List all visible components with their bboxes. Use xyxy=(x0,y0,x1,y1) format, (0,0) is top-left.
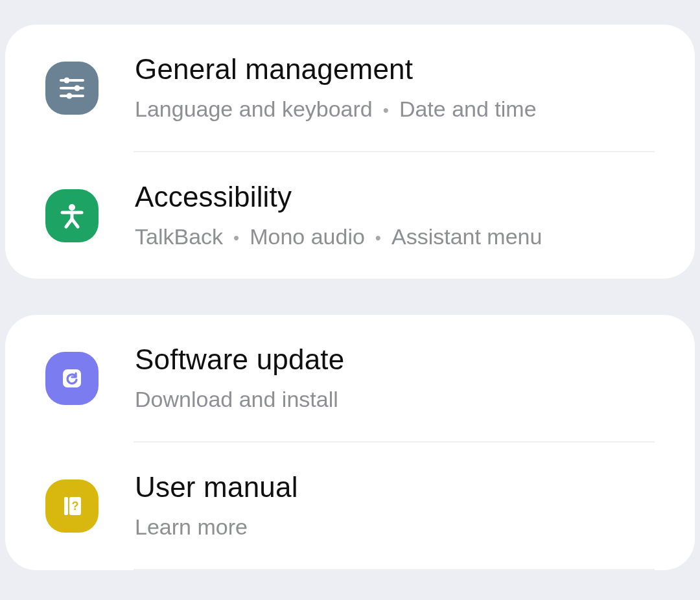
settings-page: General management Language and keyboard… xyxy=(0,0,700,570)
svg-text:?: ? xyxy=(72,500,79,513)
svg-rect-7 xyxy=(63,369,81,387)
person-icon xyxy=(45,189,99,242)
row-content: Software update Download and install xyxy=(135,343,655,413)
separator-dot: • xyxy=(373,100,399,121)
row-subtitle: Download and install xyxy=(135,386,655,413)
book-help-icon: ? xyxy=(45,479,99,533)
settings-group: General management Language and keyboard… xyxy=(5,25,695,279)
row-content: Accessibility TalkBack•Mono audio•Assist… xyxy=(135,181,655,250)
subtitle-part: Date and time xyxy=(399,97,537,121)
row-title: User manual xyxy=(135,471,655,504)
row-icon-wrap xyxy=(45,62,99,115)
row-title: Accessibility xyxy=(135,181,655,214)
row-subtitle: Learn more xyxy=(135,513,655,541)
subtitle-part: TalkBack xyxy=(135,224,223,249)
settings-row-general-management[interactable]: General management Language and keyboard… xyxy=(5,25,695,151)
row-icon-wrap: ? xyxy=(45,479,99,533)
subtitle-part: Language and keyboard xyxy=(135,97,373,121)
svg-point-3 xyxy=(64,77,70,83)
sliders-icon xyxy=(45,62,99,115)
settings-row-user-manual[interactable]: ? User manual Learn more xyxy=(5,443,695,569)
row-subtitle: Language and keyboard•Date and time xyxy=(135,95,655,123)
separator-dot: • xyxy=(223,227,250,249)
subtitle-part: Learn more xyxy=(135,514,248,539)
svg-point-4 xyxy=(75,85,80,91)
subtitle-part: Assistant menu xyxy=(391,224,542,249)
svg-point-6 xyxy=(69,204,75,211)
row-divider xyxy=(134,569,655,570)
row-title: Software update xyxy=(135,343,655,376)
refresh-badge-icon xyxy=(45,352,99,405)
subtitle-part: Mono audio xyxy=(250,224,365,249)
settings-group: Software update Download and install ? U… xyxy=(5,315,695,570)
separator-dot: • xyxy=(365,227,391,249)
row-icon-wrap xyxy=(45,189,99,242)
svg-point-5 xyxy=(67,93,73,98)
row-title: General management xyxy=(135,53,655,86)
row-icon-wrap xyxy=(45,352,99,405)
settings-row-accessibility[interactable]: Accessibility TalkBack•Mono audio•Assist… xyxy=(5,152,695,279)
row-content: General management Language and keyboard… xyxy=(135,53,655,122)
row-subtitle: TalkBack•Mono audio•Assistant menu xyxy=(135,223,655,251)
row-content: User manual Learn more xyxy=(135,471,655,540)
settings-row-software-update[interactable]: Software update Download and install xyxy=(5,315,695,441)
svg-rect-8 xyxy=(64,497,68,515)
subtitle-part: Download and install xyxy=(135,387,338,411)
